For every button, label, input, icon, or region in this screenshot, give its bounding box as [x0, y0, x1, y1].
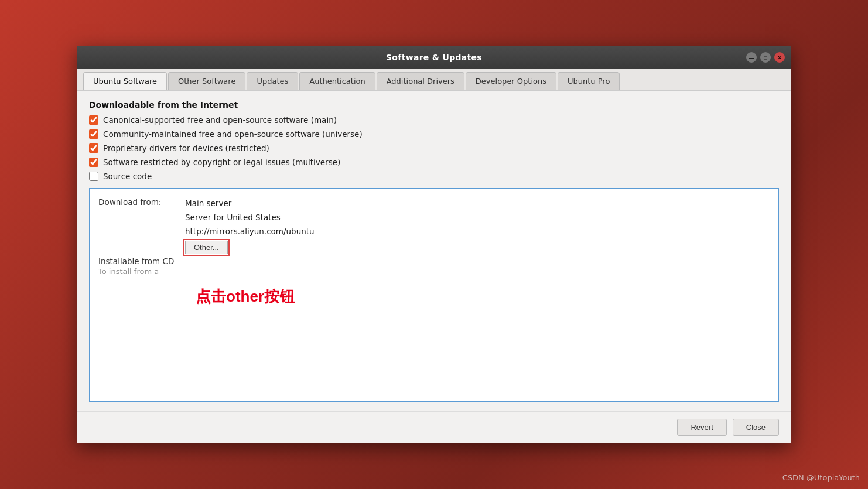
checkbox-source-code-input[interactable] [89, 172, 98, 181]
checkbox-source-code-label: Source code [103, 172, 152, 181]
tab-bar: Ubuntu Software Other Software Updates A… [77, 69, 791, 91]
server-option-aliyun[interactable]: http://mirrors.aliyun.com/ubuntu [180, 224, 319, 238]
maximize-button[interactable]: □ [760, 52, 771, 63]
tab-authentication[interactable]: Authentication [299, 72, 375, 90]
close-dialog-button[interactable]: Close [733, 419, 779, 436]
checkbox-main-input[interactable] [89, 115, 98, 125]
checkbox-multiverse: Software restricted by copyright or lega… [89, 158, 779, 167]
tab-developer-options[interactable]: Developer Options [466, 72, 556, 90]
to-install-row: To install from a [90, 266, 778, 276]
tab-additional-drivers[interactable]: Additional Drivers [377, 72, 464, 90]
revert-button[interactable]: Revert [677, 419, 726, 436]
checkbox-universe: Community-maintained free and open-sourc… [89, 129, 779, 139]
checkbox-restricted: Proprietary drivers for devices (restric… [89, 143, 779, 153]
to-install-label: To install from a [98, 267, 159, 276]
checkbox-main: Canonical-supported free and open-source… [89, 115, 779, 125]
minimize-button[interactable]: — [746, 52, 757, 63]
close-button[interactable]: ✕ [774, 52, 785, 63]
download-from-label: Download from: [98, 196, 180, 207]
checkbox-restricted-input[interactable] [89, 143, 98, 153]
checkbox-universe-input[interactable] [89, 129, 98, 139]
bottom-bar: Revert Close [77, 411, 791, 443]
tab-ubuntu-software[interactable]: Ubuntu Software [83, 72, 167, 90]
installable-label: Installable from CD [98, 257, 174, 266]
main-content: Downloadable from the Internet Canonical… [77, 91, 791, 411]
installable-from-cd: Installable from CD [90, 254, 778, 266]
other-button-row: Other... [180, 238, 319, 254]
checkbox-main-label: Canonical-supported free and open-source… [103, 115, 337, 125]
checkbox-source-code: Source code [89, 172, 779, 181]
titlebar: Software & Updates — □ ✕ [77, 46, 791, 69]
tab-ubuntu-pro[interactable]: Ubuntu Pro [558, 72, 620, 90]
checkbox-multiverse-input[interactable] [89, 158, 98, 167]
tab-updates[interactable]: Updates [247, 72, 298, 90]
server-options-list: Main server Server for United States htt… [180, 196, 319, 254]
checkbox-multiverse-label: Software restricted by copyright or lega… [103, 158, 340, 167]
server-option-us[interactable]: Server for United States [180, 210, 319, 224]
software-updates-window: Software & Updates — □ ✕ Ubuntu Software… [77, 46, 791, 443]
window-controls: — □ ✕ [746, 52, 785, 63]
dropdown-panel: Download from: Main server Server for Un… [89, 188, 779, 402]
spacer [90, 307, 778, 401]
checkbox-universe-label: Community-maintained free and open-sourc… [103, 129, 363, 139]
checkbox-restricted-label: Proprietary drivers for devices (restric… [103, 143, 269, 153]
server-option-main[interactable]: Main server [180, 196, 319, 210]
other-button[interactable]: Other... [185, 241, 228, 254]
section-title: Downloadable from the Internet [89, 100, 779, 110]
tab-other-software[interactable]: Other Software [168, 72, 245, 90]
csdn-watermark: CSDN @UtopiaYouth [782, 473, 860, 482]
annotation-text: 点击other按钮 [90, 276, 778, 307]
window-title: Software & Updates [386, 53, 482, 62]
download-from-row: Download from: Main server Server for Un… [90, 189, 778, 254]
